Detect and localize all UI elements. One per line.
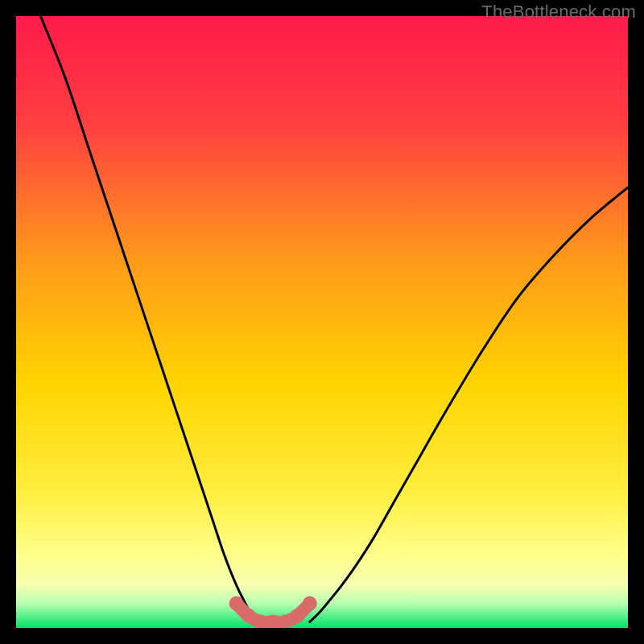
chart-frame xyxy=(16,16,628,628)
chart-svg xyxy=(16,16,628,628)
watermark-text: TheBottleneck.com xyxy=(481,2,636,23)
bottom-dot xyxy=(229,597,244,611)
bottom-dot xyxy=(303,597,317,611)
bottom-dot xyxy=(291,609,305,623)
gradient-background xyxy=(16,16,628,628)
